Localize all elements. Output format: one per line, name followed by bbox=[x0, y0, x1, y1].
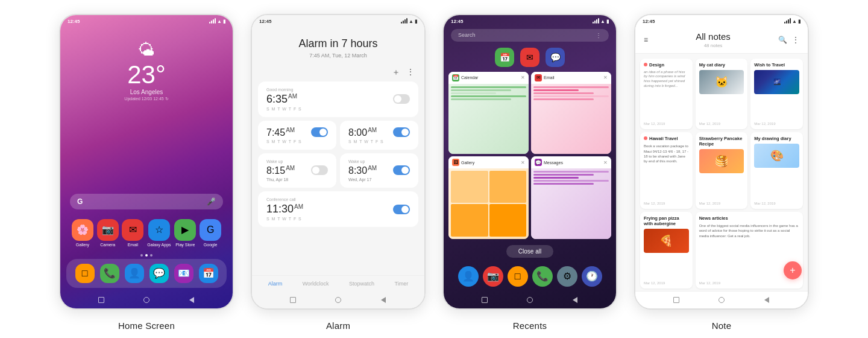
recents-app-calendar[interactable]: 📅 bbox=[495, 48, 514, 67]
dot-3 bbox=[150, 254, 153, 257]
dock-contacts[interactable]: 👤 bbox=[125, 264, 144, 283]
home-nav-btn[interactable] bbox=[142, 295, 151, 305]
back-nav-btn[interactable] bbox=[570, 295, 580, 305]
note-screen-wrapper: 12:45 ▲ ▮ ≡ bbox=[634, 14, 809, 331]
recent-card-3[interactable]: 🖼 Gallery ✕ bbox=[448, 156, 529, 239]
dock-phone[interactable]: 📞 bbox=[100, 264, 119, 283]
note-card-pizza[interactable]: Frying pan pizza with aubergine 🍕 Mar 12… bbox=[640, 212, 693, 289]
note-header: ≡ All notes 48 notes 🔍 ⋮ bbox=[635, 25, 808, 54]
dock-calendar[interactable]: 📅 bbox=[199, 264, 218, 283]
alarm-toggle-2[interactable] bbox=[311, 127, 328, 137]
note-card-design[interactable]: Design an idea of a phase of hiss by him… bbox=[640, 59, 693, 130]
alarm-toggle-5[interactable] bbox=[393, 165, 410, 175]
more-icon[interactable]: ⋮ bbox=[792, 36, 799, 44]
note-card-cat[interactable]: My cat diary 🐱 Mar 12, 2019 bbox=[696, 59, 748, 130]
home-nav-btn[interactable] bbox=[333, 295, 343, 305]
close-all-button[interactable]: Close all bbox=[506, 245, 553, 258]
card-3-close[interactable]: ✕ bbox=[521, 160, 525, 165]
dock-phone-icon[interactable]: 📞 bbox=[532, 266, 553, 287]
back-nav-btn[interactable] bbox=[187, 295, 197, 305]
home-app-grid: 🌸 Gallery 📷 Camera ✉ Email ☆ Galaxy Apps bbox=[60, 214, 233, 252]
note-card-design-text: an idea of a phase of hiss by him compan… bbox=[644, 70, 689, 89]
recents-app-email[interactable]: ✉ bbox=[520, 48, 539, 67]
note-card-hawaii[interactable]: Hawaii Travel Book a vacation package to… bbox=[640, 132, 693, 209]
recent-card-1[interactable]: 📅 Calendar ✕ bbox=[448, 72, 529, 155]
signal-icon bbox=[401, 19, 407, 24]
dock-clock-icon[interactable]: 🕐 bbox=[582, 266, 602, 287]
tab-alarm[interactable]: Alarm bbox=[268, 281, 283, 287]
wifi-icon: ▲ bbox=[409, 19, 414, 24]
close-all-section: Close all bbox=[444, 241, 616, 261]
dock-chat[interactable]: 💬 bbox=[149, 264, 169, 283]
note-card-hawaii-date: Mar 12, 2019 bbox=[644, 202, 689, 205]
recents-nav-btn[interactable] bbox=[96, 295, 106, 305]
dock-messages-icon[interactable]: □ bbox=[508, 266, 528, 287]
note-menu-icon[interactable]: ≡ bbox=[644, 36, 648, 44]
card-2-icon: ✉ bbox=[535, 74, 542, 81]
weather-icon: 🌤 bbox=[138, 40, 155, 60]
alarm-date-4: Thu, Apr 18 bbox=[266, 177, 328, 182]
app-gallery[interactable]: 🌸 Gallery bbox=[72, 219, 93, 247]
battery-icon: ▮ bbox=[415, 19, 417, 24]
alarm-screen: 12:45 ▲ ▮ Alarm in 7 hours 7: bbox=[252, 15, 424, 308]
home-search-bar[interactable]: G 🎤 bbox=[70, 194, 223, 209]
recents-app-msg[interactable]: 💬 bbox=[546, 48, 565, 67]
recents-nav-btn[interactable] bbox=[288, 295, 298, 305]
email-icon: ✉ bbox=[122, 219, 143, 241]
app-playstore[interactable]: ▶ Play Store bbox=[174, 219, 196, 247]
alarm-toggle-4[interactable] bbox=[311, 165, 328, 175]
alarm-item-1-row: 6:35AM bbox=[266, 93, 410, 106]
back-nav-btn[interactable] bbox=[762, 295, 772, 305]
search-placeholder: Search bbox=[458, 32, 476, 38]
recents-nav-btn[interactable] bbox=[671, 295, 681, 305]
recents-nav-btn[interactable] bbox=[480, 295, 489, 305]
alarm-toggle-3[interactable] bbox=[393, 127, 410, 137]
recent-card-4[interactable]: 💬 Messages ✕ bbox=[531, 156, 611, 239]
back-nav-btn[interactable] bbox=[379, 295, 388, 305]
dock-camera-icon[interactable]: 📷 bbox=[483, 266, 503, 287]
app-google[interactable]: G Google bbox=[200, 219, 221, 247]
chat-dock-icon: 💬 bbox=[149, 264, 169, 283]
dock-mail[interactable]: 📧 bbox=[174, 264, 193, 283]
dock-contacts-icon[interactable]: 👤 bbox=[458, 266, 479, 287]
note-card-drawing[interactable]: My drawing diary 🎨 Mar 12, 2019 bbox=[750, 132, 803, 209]
alarm-toggle-1[interactable] bbox=[393, 94, 410, 104]
alarm-item-4-row: 8:15AM bbox=[266, 165, 328, 176]
add-alarm-button[interactable]: ＋ bbox=[392, 67, 400, 78]
recent-card-2[interactable]: ✉ Email ✕ bbox=[531, 72, 611, 155]
search-menu-icon[interactable]: ⋮ bbox=[596, 32, 602, 39]
card-4-preview bbox=[531, 168, 611, 239]
camera-label: Camera bbox=[100, 243, 115, 247]
note-fab-button[interactable]: + bbox=[784, 261, 802, 279]
recents-cards-grid: 📅 Calendar ✕ bbox=[444, 69, 616, 241]
note-card-travel[interactable]: Wish to Travel 🌌 Mar 12, 2019 bbox=[750, 59, 803, 130]
home-nav-btn[interactable] bbox=[525, 295, 535, 305]
app-galaxy[interactable]: ☆ Galaxy Apps bbox=[147, 219, 171, 247]
dock-messages[interactable]: □ bbox=[75, 264, 95, 283]
alarm-list: Good morning 6:35AM S M T W T F S bbox=[252, 81, 424, 275]
app-camera[interactable]: 📷 Camera bbox=[97, 219, 119, 247]
dock-settings-icon[interactable]: ⚙ bbox=[557, 266, 577, 287]
signal-icon bbox=[784, 19, 791, 24]
recents-search-bar[interactable]: Search ⋮ bbox=[451, 29, 609, 42]
tab-worldclock[interactable]: Worldclock bbox=[303, 281, 329, 287]
dot-2 bbox=[145, 254, 148, 257]
card-1-close[interactable]: ✕ bbox=[521, 75, 525, 80]
home-nav-btn[interactable] bbox=[717, 295, 726, 305]
card-4-close[interactable]: ✕ bbox=[603, 160, 608, 165]
home-temperature: 23° bbox=[127, 62, 166, 88]
alarm-menu-button[interactable]: ⋮ bbox=[406, 67, 415, 78]
recents-nav-bar bbox=[444, 292, 616, 308]
alarm-hero-title: Alarm in 7 hours bbox=[264, 37, 412, 50]
card-1-preview bbox=[448, 84, 529, 155]
app-email[interactable]: ✉ Email bbox=[122, 219, 143, 247]
alarm-toggle-6[interactable] bbox=[393, 205, 410, 214]
note-screen-frame: 12:45 ▲ ▮ ≡ bbox=[634, 14, 809, 310]
note-card-pancake[interactable]: Strawberry Pancake Recipe 🥞 Mar 12, 2019 bbox=[696, 132, 748, 209]
card-2-close[interactable]: ✕ bbox=[603, 75, 608, 80]
recents-dock: 👤 📷 □ 📞 ⚙ 🕐 bbox=[444, 261, 616, 292]
search-icon[interactable]: 🔍 bbox=[778, 36, 787, 44]
tab-stopwatch[interactable]: Stopwatch bbox=[349, 281, 374, 287]
alarm-item-1: Good morning 6:35AM S M T W T F S bbox=[258, 81, 418, 117]
tab-timer[interactable]: Timer bbox=[395, 281, 409, 287]
